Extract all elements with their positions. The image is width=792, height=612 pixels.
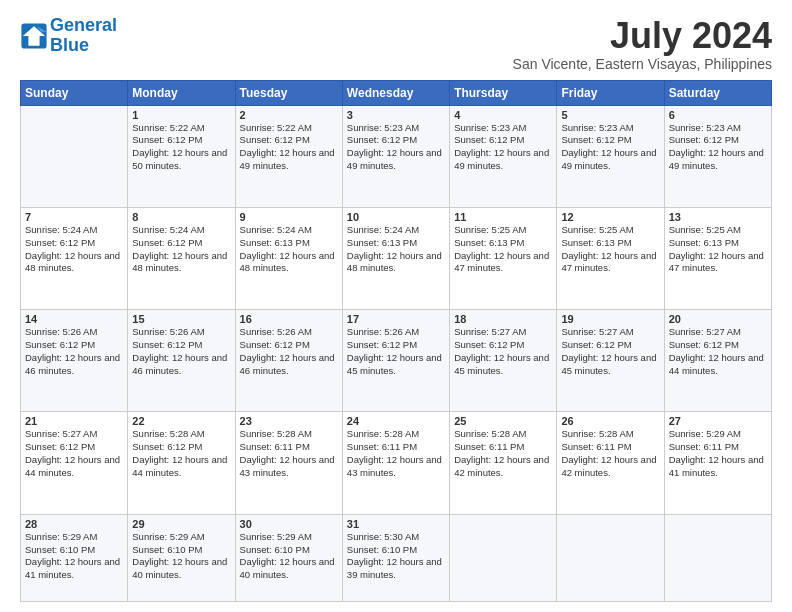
day-header-wednesday: Wednesday	[342, 80, 449, 105]
main-title: July 2024	[513, 16, 772, 56]
day-number: 21	[25, 415, 123, 427]
day-number: 13	[669, 211, 767, 223]
calendar-cell: 27Sunrise: 5:29 AM Sunset: 6:11 PM Dayli…	[664, 412, 771, 514]
calendar-cell: 25Sunrise: 5:28 AM Sunset: 6:11 PM Dayli…	[450, 412, 557, 514]
day-number: 9	[240, 211, 338, 223]
calendar-cell	[21, 105, 128, 207]
calendar-cell	[450, 514, 557, 601]
calendar-table: SundayMondayTuesdayWednesdayThursdayFrid…	[20, 80, 772, 602]
day-info: Sunrise: 5:29 AM Sunset: 6:11 PM Dayligh…	[669, 428, 767, 479]
day-number: 16	[240, 313, 338, 325]
day-info: Sunrise: 5:25 AM Sunset: 6:13 PM Dayligh…	[669, 224, 767, 275]
calendar-cell: 14Sunrise: 5:26 AM Sunset: 6:12 PM Dayli…	[21, 310, 128, 412]
day-number: 5	[561, 109, 659, 121]
calendar-cell: 19Sunrise: 5:27 AM Sunset: 6:12 PM Dayli…	[557, 310, 664, 412]
calendar-week-row: 14Sunrise: 5:26 AM Sunset: 6:12 PM Dayli…	[21, 310, 772, 412]
calendar-header-row: SundayMondayTuesdayWednesdayThursdayFrid…	[21, 80, 772, 105]
calendar-cell: 29Sunrise: 5:29 AM Sunset: 6:10 PM Dayli…	[128, 514, 235, 601]
calendar-week-row: 21Sunrise: 5:27 AM Sunset: 6:12 PM Dayli…	[21, 412, 772, 514]
calendar-cell: 26Sunrise: 5:28 AM Sunset: 6:11 PM Dayli…	[557, 412, 664, 514]
calendar-cell: 31Sunrise: 5:30 AM Sunset: 6:10 PM Dayli…	[342, 514, 449, 601]
day-number: 20	[669, 313, 767, 325]
calendar-cell: 5Sunrise: 5:23 AM Sunset: 6:12 PM Daylig…	[557, 105, 664, 207]
day-header-thursday: Thursday	[450, 80, 557, 105]
day-info: Sunrise: 5:28 AM Sunset: 6:11 PM Dayligh…	[561, 428, 659, 479]
calendar-cell: 15Sunrise: 5:26 AM Sunset: 6:12 PM Dayli…	[128, 310, 235, 412]
day-number: 12	[561, 211, 659, 223]
day-number: 11	[454, 211, 552, 223]
day-info: Sunrise: 5:28 AM Sunset: 6:12 PM Dayligh…	[132, 428, 230, 479]
calendar-cell: 13Sunrise: 5:25 AM Sunset: 6:13 PM Dayli…	[664, 207, 771, 309]
day-info: Sunrise: 5:25 AM Sunset: 6:13 PM Dayligh…	[561, 224, 659, 275]
day-number: 6	[669, 109, 767, 121]
day-number: 18	[454, 313, 552, 325]
day-header-sunday: Sunday	[21, 80, 128, 105]
day-number: 3	[347, 109, 445, 121]
day-info: Sunrise: 5:27 AM Sunset: 6:12 PM Dayligh…	[25, 428, 123, 479]
day-number: 22	[132, 415, 230, 427]
day-number: 26	[561, 415, 659, 427]
day-info: Sunrise: 5:29 AM Sunset: 6:10 PM Dayligh…	[240, 531, 338, 582]
calendar-cell: 24Sunrise: 5:28 AM Sunset: 6:11 PM Dayli…	[342, 412, 449, 514]
day-number: 28	[25, 518, 123, 530]
day-number: 31	[347, 518, 445, 530]
day-header-monday: Monday	[128, 80, 235, 105]
day-number: 2	[240, 109, 338, 121]
calendar-cell: 9Sunrise: 5:24 AM Sunset: 6:13 PM Daylig…	[235, 207, 342, 309]
calendar-cell: 23Sunrise: 5:28 AM Sunset: 6:11 PM Dayli…	[235, 412, 342, 514]
calendar-cell: 18Sunrise: 5:27 AM Sunset: 6:12 PM Dayli…	[450, 310, 557, 412]
day-info: Sunrise: 5:29 AM Sunset: 6:10 PM Dayligh…	[132, 531, 230, 582]
day-number: 29	[132, 518, 230, 530]
calendar-cell	[664, 514, 771, 601]
logo-text: General Blue	[50, 16, 117, 56]
calendar-cell: 28Sunrise: 5:29 AM Sunset: 6:10 PM Dayli…	[21, 514, 128, 601]
calendar-cell: 12Sunrise: 5:25 AM Sunset: 6:13 PM Dayli…	[557, 207, 664, 309]
day-info: Sunrise: 5:24 AM Sunset: 6:13 PM Dayligh…	[347, 224, 445, 275]
calendar-cell: 4Sunrise: 5:23 AM Sunset: 6:12 PM Daylig…	[450, 105, 557, 207]
day-info: Sunrise: 5:23 AM Sunset: 6:12 PM Dayligh…	[454, 122, 552, 173]
calendar-cell: 1Sunrise: 5:22 AM Sunset: 6:12 PM Daylig…	[128, 105, 235, 207]
calendar-week-row: 28Sunrise: 5:29 AM Sunset: 6:10 PM Dayli…	[21, 514, 772, 601]
day-number: 1	[132, 109, 230, 121]
day-info: Sunrise: 5:28 AM Sunset: 6:11 PM Dayligh…	[454, 428, 552, 479]
day-number: 8	[132, 211, 230, 223]
day-number: 10	[347, 211, 445, 223]
calendar-cell: 6Sunrise: 5:23 AM Sunset: 6:12 PM Daylig…	[664, 105, 771, 207]
day-info: Sunrise: 5:28 AM Sunset: 6:11 PM Dayligh…	[240, 428, 338, 479]
day-info: Sunrise: 5:23 AM Sunset: 6:12 PM Dayligh…	[669, 122, 767, 173]
header: General Blue July 2024 San Vicente, East…	[20, 16, 772, 72]
day-number: 15	[132, 313, 230, 325]
calendar-cell: 16Sunrise: 5:26 AM Sunset: 6:12 PM Dayli…	[235, 310, 342, 412]
calendar-cell: 7Sunrise: 5:24 AM Sunset: 6:12 PM Daylig…	[21, 207, 128, 309]
day-info: Sunrise: 5:22 AM Sunset: 6:12 PM Dayligh…	[240, 122, 338, 173]
calendar-cell	[557, 514, 664, 601]
calendar-cell: 3Sunrise: 5:23 AM Sunset: 6:12 PM Daylig…	[342, 105, 449, 207]
day-number: 7	[25, 211, 123, 223]
calendar-cell: 20Sunrise: 5:27 AM Sunset: 6:12 PM Dayli…	[664, 310, 771, 412]
day-number: 25	[454, 415, 552, 427]
day-header-saturday: Saturday	[664, 80, 771, 105]
day-info: Sunrise: 5:29 AM Sunset: 6:10 PM Dayligh…	[25, 531, 123, 582]
calendar-cell: 21Sunrise: 5:27 AM Sunset: 6:12 PM Dayli…	[21, 412, 128, 514]
day-number: 24	[347, 415, 445, 427]
calendar-cell: 17Sunrise: 5:26 AM Sunset: 6:12 PM Dayli…	[342, 310, 449, 412]
day-info: Sunrise: 5:30 AM Sunset: 6:10 PM Dayligh…	[347, 531, 445, 582]
calendar-week-row: 7Sunrise: 5:24 AM Sunset: 6:12 PM Daylig…	[21, 207, 772, 309]
day-info: Sunrise: 5:28 AM Sunset: 6:11 PM Dayligh…	[347, 428, 445, 479]
logo: General Blue	[20, 16, 117, 56]
day-info: Sunrise: 5:23 AM Sunset: 6:12 PM Dayligh…	[561, 122, 659, 173]
day-header-friday: Friday	[557, 80, 664, 105]
day-info: Sunrise: 5:26 AM Sunset: 6:12 PM Dayligh…	[25, 326, 123, 377]
day-info: Sunrise: 5:25 AM Sunset: 6:13 PM Dayligh…	[454, 224, 552, 275]
calendar-cell: 22Sunrise: 5:28 AM Sunset: 6:12 PM Dayli…	[128, 412, 235, 514]
day-header-tuesday: Tuesday	[235, 80, 342, 105]
logo-icon	[20, 22, 48, 50]
page: General Blue July 2024 San Vicente, East…	[0, 0, 792, 612]
day-info: Sunrise: 5:26 AM Sunset: 6:12 PM Dayligh…	[347, 326, 445, 377]
day-info: Sunrise: 5:22 AM Sunset: 6:12 PM Dayligh…	[132, 122, 230, 173]
day-number: 30	[240, 518, 338, 530]
day-number: 23	[240, 415, 338, 427]
day-number: 19	[561, 313, 659, 325]
day-info: Sunrise: 5:24 AM Sunset: 6:12 PM Dayligh…	[132, 224, 230, 275]
calendar-cell: 30Sunrise: 5:29 AM Sunset: 6:10 PM Dayli…	[235, 514, 342, 601]
